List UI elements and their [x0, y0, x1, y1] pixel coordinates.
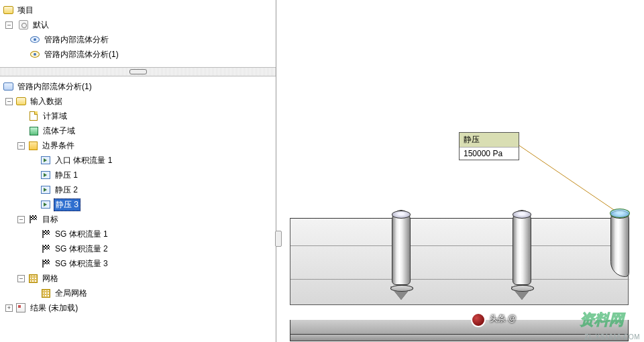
- config-item-0[interactable]: 管路内部流体分析: [1, 32, 274, 47]
- input-data-node[interactable]: – 输入数据: [1, 94, 274, 109]
- manifold-foot: [290, 335, 629, 341]
- project-root[interactable]: 项目: [1, 3, 274, 17]
- selected-face-highlight[interactable]: [610, 209, 630, 218]
- collapse-toggle[interactable]: –: [17, 216, 25, 223]
- junction-2: [511, 286, 533, 300]
- config-icon: [30, 49, 40, 60]
- box-icon: [28, 111, 39, 121]
- flag-icon: [28, 214, 38, 225]
- expand-toggle[interactable]: +: [5, 304, 13, 312]
- svg-line-0: [519, 146, 616, 211]
- watermark-avatar: [471, 312, 486, 327]
- analysis-title: 管路内部流体分析(1): [16, 81, 93, 93]
- collapse-toggle[interactable]: –: [17, 142, 25, 150]
- flag-icon: [40, 229, 51, 239]
- comp-domain-label: 计算域: [42, 111, 68, 122]
- manifold-base: [290, 320, 629, 335]
- junction-1: [390, 286, 412, 300]
- goal-item-label: SG 体积流量 1: [54, 229, 109, 240]
- results-label: 结果 (未加载): [29, 302, 79, 314]
- collapse-toggle[interactable]: –: [17, 275, 25, 282]
- pin-icon: [18, 19, 29, 30]
- outlet-pipe-2: [513, 210, 531, 285]
- watermark-logo: 资料网: [580, 310, 624, 330]
- flag-icon: [40, 243, 51, 254]
- config-label-0: 管路内部流体分析: [43, 34, 110, 46]
- results-node[interactable]: + 结果 (未加载): [1, 300, 274, 315]
- global-mesh-label: 全局网格: [54, 288, 89, 299]
- comp-domain-node[interactable]: 计算域: [1, 109, 274, 123]
- boundary-item-label: 静压 1: [54, 170, 79, 181]
- viewport-3d[interactable]: 静压 150000 Pa 头条 @ 资料网 ZL.XS1616.COM: [276, 0, 644, 342]
- outlet-pipe-3: [610, 210, 629, 277]
- goal-item-label: SG 体积流量 2: [54, 243, 109, 255]
- boundary-node[interactable]: – 边界条件: [1, 138, 274, 153]
- pipe-manifold-model: [290, 205, 632, 325]
- boundary-item-icon: [40, 170, 51, 180]
- boundary-icon: [28, 140, 38, 151]
- mesh-icon: [40, 288, 51, 298]
- boundary-item-2[interactable]: 静压 2: [1, 182, 274, 197]
- callout-title: 静压: [460, 133, 519, 148]
- manifold-body: [290, 218, 629, 305]
- global-mesh-node[interactable]: 全局网格: [1, 286, 274, 300]
- outlet-pipe-1: [392, 210, 411, 285]
- config-item-1[interactable]: 管路内部流体分析(1): [1, 47, 274, 62]
- collapse-toggle[interactable]: –: [5, 21, 13, 29]
- mesh-icon: [28, 273, 38, 284]
- project-default-node[interactable]: – 默认: [1, 17, 274, 32]
- results-icon: [15, 302, 26, 313]
- boundary-item-1[interactable]: 静压 1: [1, 168, 274, 182]
- input-data-label: 输入数据: [29, 96, 64, 107]
- eye-icon: [30, 34, 40, 45]
- analysis-icon: [3, 81, 13, 92]
- folder-icon: [3, 5, 13, 15]
- boundary-label: 边界条件: [41, 140, 76, 152]
- goals-node[interactable]: – 目标: [1, 212, 274, 227]
- analysis-root[interactable]: 管路内部流体分析(1): [1, 79, 274, 94]
- boundary-item-label: 入口 体积流量 1: [54, 155, 113, 166]
- boundary-item-icon: [40, 184, 51, 195]
- goal-item-0[interactable]: SG 体积流量 1: [1, 227, 274, 241]
- project-tree: 项目 – 默认: [0, 0, 276, 67]
- callout-box[interactable]: 静压 150000 Pa: [459, 132, 519, 160]
- boundary-item-3[interactable]: 静压 3: [1, 197, 274, 212]
- config-label-1: 管路内部流体分析(1): [43, 49, 120, 60]
- cube-icon: [28, 125, 39, 136]
- default-label: 默认: [32, 19, 50, 31]
- goal-item-2[interactable]: SG 体积流量 3: [1, 256, 274, 271]
- horizontal-splitter[interactable]: [0, 67, 276, 76]
- fluid-subdomain-label: 流体子域: [42, 125, 76, 137]
- goal-item-label: SG 体积流量 3: [54, 258, 109, 270]
- boundary-item-0[interactable]: 入口 体积流量 1: [1, 153, 274, 168]
- project-root-label: 项目: [16, 5, 35, 16]
- boundary-item-icon: [40, 155, 51, 166]
- watermark-url: ZL.XS1616.COM: [584, 333, 640, 341]
- vertical-splitter-handle[interactable]: [275, 231, 282, 247]
- mesh-label: 网格: [41, 273, 60, 284]
- goal-item-1[interactable]: SG 体积流量 2: [1, 241, 274, 256]
- callout-value: 150000 Pa: [460, 148, 519, 160]
- boundary-item-icon: [40, 199, 51, 210]
- goals-label: 目标: [41, 214, 60, 225]
- boundary-item-label: 静压 2: [54, 184, 79, 196]
- fluid-subdomain-node[interactable]: 流体子域: [1, 123, 274, 138]
- mesh-node[interactable]: – 网格: [1, 271, 274, 286]
- collapse-toggle[interactable]: –: [5, 98, 13, 105]
- flag-icon: [40, 258, 51, 269]
- boundary-item-label: 静压 3: [54, 198, 80, 211]
- input-folder-icon: [15, 96, 26, 107]
- analysis-tree: 管路内部流体分析(1) – 输入数据: [0, 76, 276, 342]
- watermark-credit: 头条 @: [490, 313, 517, 325]
